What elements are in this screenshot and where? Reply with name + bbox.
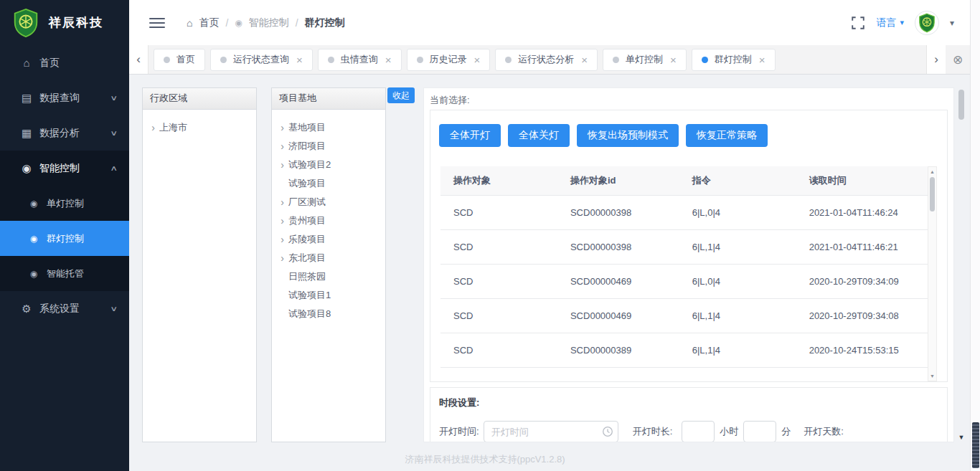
tab-group-light-control[interactable]: 群灯控制 × (692, 49, 776, 71)
restore-preset-mode-button[interactable]: 恢复出场预制模式 (577, 124, 679, 147)
hamburger-menu-icon[interactable] (149, 18, 165, 28)
sidebar-item-group-light-control[interactable]: ◉ 群灯控制 (0, 221, 129, 256)
tree-item-project[interactable]: 试验项目8 (276, 305, 381, 323)
table-row[interactable]: SCD SCD00000469 6|L,0|4 2020-10-29T09:34… (440, 264, 928, 298)
chevron-down-icon: ∨ (110, 305, 118, 313)
tree-item-project[interactable]: 试验项目 (276, 174, 381, 193)
table-row[interactable]: SCD SCD00000398 6|L,1|4 2021-01-04T11:46… (440, 229, 928, 264)
tree-item-project[interactable]: 试验项目1 (276, 286, 381, 305)
tree-item-project[interactable]: › 厂区测试 (276, 193, 381, 211)
sidebar-item-label: 系统设置 (39, 303, 80, 315)
close-icon[interactable]: × (296, 54, 303, 65)
restore-normal-strategy-button[interactable]: 恢复正常策略 (686, 124, 768, 147)
duration-hours-input[interactable] (682, 421, 715, 442)
tree-item-project[interactable]: › 济阳项目 (276, 137, 381, 156)
breadcrumb-section[interactable]: 智能控制 (249, 16, 289, 29)
content-scrollbar[interactable]: ▼ (957, 87, 966, 442)
table-row[interactable]: SCD SCD00000469 6|L,1|4 2020-10-29T09:34… (440, 298, 928, 333)
bulb-icon: ◉ (235, 18, 242, 28)
region-panel: 行政区域 › 上海市 (142, 87, 257, 442)
table-header-row: 操作对象 操作对象id 指令 读取时间 (440, 166, 928, 195)
close-icon[interactable]: × (759, 54, 765, 65)
sidebar-item-smart-control[interactable]: ◉ 智能控制 ∧ (0, 151, 129, 186)
chevron-right-icon: › (276, 122, 288, 133)
tab-home[interactable]: 首页 (154, 49, 205, 71)
sidebar-item-label: 单灯控制 (47, 197, 84, 210)
cell-target: SCD (440, 333, 557, 367)
tree-item-label: 东北项目 (288, 252, 326, 265)
duration-label: 开灯时长: (633, 425, 673, 438)
tab-status-dot (613, 57, 619, 63)
tabs-scroll-left-icon[interactable]: ‹ (129, 45, 149, 74)
tree-item-label: 厂区测试 (288, 196, 326, 209)
scroll-down-icon[interactable]: ▼ (957, 434, 966, 441)
breadcrumb: ⌂ 首页 / ◉ 智能控制 / 群灯控制 (187, 16, 345, 29)
tab-history[interactable]: 历史记录 × (407, 49, 491, 71)
scrollbar-thumb[interactable] (972, 422, 979, 468)
tab-status-dot (505, 57, 512, 63)
sidebar-item-single-light-control[interactable]: ◉ 单灯控制 (0, 186, 129, 221)
close-icon[interactable]: × (385, 54, 392, 65)
tree-item-project[interactable]: › 贵州项目 (276, 211, 381, 230)
tree-item-shanghai[interactable]: › 上海市 (147, 118, 252, 137)
cell-target-id: SCD00000469 (557, 298, 679, 333)
collapse-panel-button[interactable]: 收起 (387, 87, 415, 103)
tab-status-dot (702, 57, 708, 63)
tree-item-project[interactable]: › 乐陵项目 (276, 230, 381, 249)
tabs-scroll-right-icon[interactable]: › (926, 45, 946, 74)
breadcrumb-home[interactable]: 首页 (199, 16, 219, 29)
tree-item-label: 试验项目2 (288, 158, 331, 171)
sidebar-item-data-analysis[interactable]: ▦ 数据分析 ∨ (0, 115, 129, 151)
fullscreen-icon[interactable] (851, 16, 865, 30)
tab-run-status-analysis[interactable]: 运行状态分析 × (495, 49, 598, 71)
gear-icon: ⚙ (20, 303, 33, 315)
scroll-down-icon[interactable]: ▼ (928, 374, 936, 379)
tab-bar: ‹ 首页 运行状态查询 × 虫情查询 × 历史记录 × (129, 45, 970, 75)
table-scrollbar[interactable]: ▲ ▼ (928, 166, 937, 381)
breadcrumb-current: 群灯控制 (305, 16, 345, 29)
tree-item-project[interactable]: › 基地项目 (276, 118, 381, 137)
window-scrollbar[interactable] (970, 0, 980, 471)
on-time-input[interactable] (484, 421, 618, 442)
scroll-up-icon[interactable]: ▲ (928, 169, 936, 174)
scrollbar-thumb[interactable] (930, 177, 935, 211)
project-panel: 项目基地 › 基地项目 › 济阳项目 › 试验项目2 试验项目 › 厂区测试 (271, 87, 386, 442)
chevron-right-icon: › (276, 159, 288, 171)
duration-minutes-input[interactable] (743, 421, 776, 442)
language-selector[interactable]: 语言 ▾ (876, 16, 904, 29)
chart-icon: ▦ (20, 127, 33, 140)
tab-status-dot (220, 57, 227, 63)
chevron-down-icon: ∨ (110, 129, 118, 137)
table-row[interactable]: SCD SCD00000389 6|L,1|4 2020-10-24T15:53… (440, 333, 928, 367)
close-icon[interactable]: × (581, 54, 588, 65)
sidebar-item-home[interactable]: ⌂ 首页 (0, 45, 129, 80)
table-row[interactable]: SCD SCD00000398 6|L,0|4 2021-01-04T11:46… (440, 195, 928, 229)
cell-target-id: SCD00000398 (557, 195, 679, 229)
tab-run-status-query[interactable]: 运行状态查询 × (210, 49, 313, 71)
tab-status-dot (417, 57, 423, 63)
cell-read-time: 2021-01-04T11:46:21 (796, 229, 928, 264)
avatar[interactable] (915, 11, 939, 35)
tree-item-label: 试验项目8 (288, 308, 331, 320)
sidebar-item-smart-hosting[interactable]: ◉ 智能托管 (0, 256, 129, 291)
chevron-down-icon[interactable]: ▾ (950, 18, 954, 28)
on-time-field-wrap (484, 421, 618, 442)
tab-single-light-control[interactable]: 单灯控制 × (603, 49, 687, 71)
all-lights-off-button[interactable]: 全体关灯 (508, 124, 570, 147)
close-all-tabs-icon[interactable]: ⊗ (948, 52, 967, 67)
main-panel: 当前选择: 全体开灯 全体关灯 恢复出场预制模式 恢复正常策略 操作对象 操作对… (423, 87, 954, 442)
sidebar-item-data-query[interactable]: ▤ 数据查询 ∨ (0, 80, 129, 115)
close-icon[interactable]: × (474, 54, 481, 65)
scrollbar-thumb[interactable] (958, 90, 964, 120)
breadcrumb-separator: / (296, 17, 298, 29)
tab-insect-query[interactable]: 虫情查询 × (318, 49, 402, 71)
tree-item-project[interactable]: › 试验项目2 (276, 156, 381, 174)
tab-label: 运行状态查询 (233, 53, 289, 66)
close-icon[interactable]: × (670, 54, 677, 65)
hours-unit-label: 小时 (720, 425, 738, 438)
sidebar-item-system-settings[interactable]: ⚙ 系统设置 ∨ (0, 291, 129, 326)
tree-item-project[interactable]: › 东北项目 (276, 249, 381, 267)
tree-item-label: 乐陵项目 (288, 233, 326, 246)
tree-item-project[interactable]: 日照茶园 (276, 267, 381, 286)
all-lights-on-button[interactable]: 全体开灯 (439, 124, 501, 147)
